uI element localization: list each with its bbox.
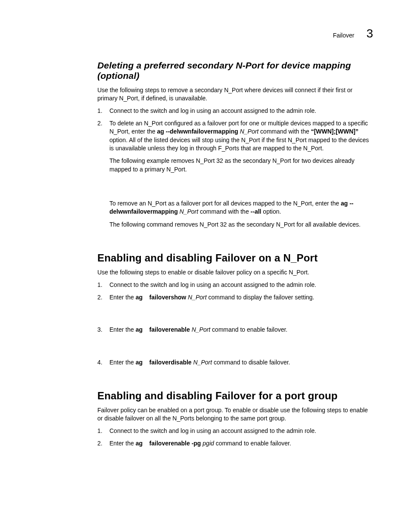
command: ag (136, 294, 143, 301)
list-item: 4. Enter the ag failoverdisable N_Port c… (97, 358, 373, 367)
list-marker: 2. (97, 439, 103, 448)
command: ag --delwwnfailovermapping (157, 128, 238, 135)
list-marker: 2. (97, 293, 103, 302)
option: “[WWN];[WWN]” (311, 128, 358, 135)
step-text: Enter the ag failovershow N_Port command… (109, 294, 314, 301)
section3-intro: Failover policy can be enabled on a port… (97, 406, 373, 423)
step-para: The following command removes N_Port 32 … (109, 221, 373, 229)
list-item: 2. Enter the ag failovershow N_Port comm… (97, 293, 373, 302)
section2-intro: Use the following steps to enable or dis… (97, 268, 373, 277)
step-text: Connect to the switch and log in using a… (109, 107, 316, 114)
step-text: Connect to the switch and log in using a… (109, 427, 316, 434)
header-title: Failover (333, 32, 355, 39)
section2-steps: 1. Connect to the switch and log in usin… (97, 281, 373, 367)
argument: pgid (201, 440, 214, 447)
argument: N_Port (190, 326, 210, 333)
section1-heading: Deleting a preferred secondary N-Port fo… (97, 60, 373, 81)
list-item: 1. Connect to the switch and log in usin… (97, 427, 373, 435)
list-item: 3. Enter the ag failoverenable N_Port co… (97, 326, 373, 334)
section1-steps: 1. Connect to the switch and log in usin… (97, 107, 373, 229)
chapter-number: 3 (366, 27, 373, 40)
list-marker: 3. (97, 326, 103, 334)
list-marker: 4. (97, 358, 103, 367)
command: failoverenable -pg (149, 440, 201, 447)
command: failoverdisable (149, 359, 192, 366)
option: --all (251, 208, 262, 215)
list-item: 2. Enter the ag failoverenable -pg pgid … (97, 439, 373, 448)
argument: N_Port (192, 359, 212, 366)
list-marker: 1. (97, 107, 103, 115)
command: failovershow (149, 294, 187, 301)
section2-heading: Enabling and disabling Failover on a N_P… (97, 252, 373, 264)
argument: N_Port (186, 294, 206, 301)
list-item: 1. Connect to the switch and log in usin… (97, 107, 373, 115)
step-para: To remove an N_Port as a failover port f… (109, 199, 373, 216)
list-item: 2. To delete an N_Port configured as a f… (97, 119, 373, 229)
section1-intro: Use the following steps to remove a seco… (97, 86, 373, 103)
command: ag (136, 359, 143, 366)
page: Failover 3 Deleting a preferred secondar… (0, 0, 411, 532)
list-marker: 1. (97, 281, 103, 289)
command: ag (136, 440, 143, 447)
step-text: Enter the ag failoverdisable N_Port comm… (109, 359, 290, 366)
step-text: Connect to the switch and log in using a… (109, 281, 316, 288)
running-header: Failover 3 (97, 27, 373, 40)
step-text: Enter the ag failoverenable -pg pgid com… (109, 440, 291, 447)
step-text: To delete an N_Port configured as a fail… (109, 120, 369, 152)
section3-heading: Enabling and disabling Failover for a po… (97, 390, 373, 402)
section3-steps: 1. Connect to the switch and log in usin… (97, 427, 373, 448)
list-item: 1. Connect to the switch and log in usin… (97, 281, 373, 289)
command: ag (136, 326, 143, 333)
step-para: The following example removes N_Port 32 … (109, 157, 373, 174)
step-text: Enter the ag failoverenable N_Port comma… (109, 326, 287, 333)
argument: N_Port (238, 128, 258, 135)
list-marker: 1. (97, 427, 103, 435)
command: failoverenable (149, 326, 190, 333)
argument: N_Port (178, 208, 198, 215)
list-marker: 2. (97, 119, 103, 128)
